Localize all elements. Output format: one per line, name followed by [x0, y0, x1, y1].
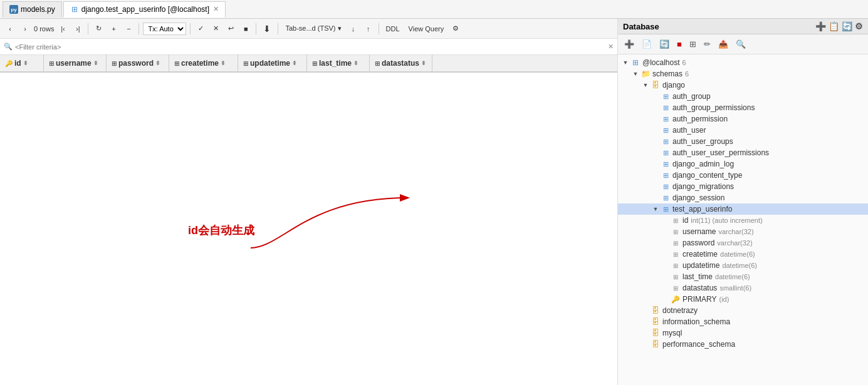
- table-icon: ⊞: [661, 103, 671, 112]
- tree-item[interactable]: ▼⊞test_app_userinfo: [618, 203, 868, 215]
- view-query-button[interactable]: View Query: [405, 22, 447, 36]
- tree-arrow-icon: ▼: [620, 59, 630, 66]
- rt-stop-button[interactable]: ■: [674, 38, 684, 50]
- export-format-button[interactable]: Tab-se...d (TSV) ▾: [282, 22, 344, 36]
- tree-node-label: mysql: [662, 329, 682, 337]
- tree-node-label: @localhost: [642, 58, 680, 67]
- col-createtime[interactable]: ⊞ createtime ⬍: [169, 54, 238, 72]
- col-createtime-sort: ⬍: [221, 60, 226, 66]
- tree-item[interactable]: ⊞django_content_type: [618, 170, 868, 181]
- tree-node-label: createtime: [682, 250, 718, 259]
- tab-close-button[interactable]: ✕: [213, 5, 219, 13]
- tree-item[interactable]: ⊞django_migrations: [618, 181, 868, 192]
- ddl-button[interactable]: DDL: [383, 22, 403, 36]
- tree-node-icon: ⊞: [630, 58, 641, 67]
- cancel-button[interactable]: ✕: [209, 22, 222, 36]
- tree-item[interactable]: 🗄dotnetrazy: [618, 305, 868, 316]
- stop-button[interactable]: ■: [239, 22, 252, 36]
- tree-item[interactable]: ▼🗄django: [618, 80, 868, 91]
- rt-filter-button[interactable]: 🔍: [733, 38, 748, 50]
- table-content: [0, 73, 617, 385]
- commit-button[interactable]: ✓: [194, 22, 207, 36]
- col-last-time[interactable]: ⊞ last_time ⬍: [307, 54, 370, 72]
- import-button[interactable]: ⬇: [260, 22, 274, 36]
- tree-node-label: information_schema: [662, 317, 730, 326]
- db-settings-button[interactable]: ⚙: [855, 21, 863, 31]
- settings-button[interactable]: ⚙: [449, 22, 462, 36]
- tree-item[interactable]: ⊞auth_group_permissions: [618, 102, 868, 113]
- tree-node-label: username: [682, 227, 716, 236]
- tree-item[interactable]: ⊞updatetimedatetime(6): [618, 260, 868, 271]
- tab-userinfo[interactable]: ⊞ django.test_app_userinfo [@localhost] …: [63, 1, 226, 18]
- python-icon: py: [9, 5, 18, 14]
- remove-row-button[interactable]: −: [122, 22, 135, 36]
- nav-last-button[interactable]: ›|: [71, 22, 84, 36]
- column-icon: ⊞: [671, 261, 681, 270]
- col-id-label: id: [14, 59, 21, 68]
- tree-node-count: 6: [685, 70, 689, 78]
- nav-next-button[interactable]: ›: [19, 22, 31, 36]
- right-panel-title: Database: [623, 22, 659, 31]
- tree-node-label: PRIMARY: [682, 295, 716, 304]
- table-icon: ⊞: [661, 148, 671, 157]
- tree-node-label: schemas: [652, 69, 682, 78]
- tree-item[interactable]: ⊞auth_group: [618, 91, 868, 102]
- col-updatetime-label: updatetime: [250, 59, 290, 68]
- tree-item[interactable]: ⊞django_session: [618, 192, 868, 203]
- rt-refresh2-button[interactable]: 🔄: [657, 38, 672, 50]
- rt-table-button[interactable]: ⊞: [687, 38, 699, 50]
- tree-item[interactable]: 🗄performance_schema: [618, 339, 868, 350]
- tree-item[interactable]: ⊞django_admin_log: [618, 158, 868, 170]
- tree-node-label: auth_user_user_permissions: [672, 148, 769, 157]
- tree-node-label: auth_group_permissions: [672, 103, 755, 112]
- col-username-icon: ⊞: [49, 60, 54, 67]
- tree-item[interactable]: 🗄information_schema: [618, 316, 868, 327]
- nav-prev-button[interactable]: ‹: [4, 22, 16, 36]
- col-id-sort: ⬍: [23, 60, 28, 66]
- db-add-button[interactable]: ➕: [815, 21, 826, 31]
- rt-copy-button[interactable]: 📄: [639, 38, 654, 50]
- db-clone-button[interactable]: 📋: [829, 21, 839, 31]
- db-refresh-button[interactable]: 🔄: [842, 21, 852, 31]
- col-username[interactable]: ⊞ username ⬍: [44, 54, 107, 72]
- filter-input[interactable]: [15, 43, 608, 51]
- rt-add-button[interactable]: ➕: [622, 38, 637, 50]
- export-down-button[interactable]: ↓: [347, 22, 360, 36]
- tree-item[interactable]: ▼📁schemas6: [618, 68, 868, 80]
- rt-export2-button[interactable]: 📤: [716, 38, 731, 50]
- revert-button[interactable]: ↩: [224, 22, 237, 36]
- tree-node-typeinfo: datetime(6): [720, 250, 755, 258]
- tree-item[interactable]: ⊞createtimedatetime(6): [618, 249, 868, 260]
- col-updatetime[interactable]: ⊞ updatetime ⬍: [238, 54, 307, 72]
- add-row-button[interactable]: +: [107, 22, 120, 36]
- tab-models[interactable]: py models.py: [3, 1, 62, 18]
- tree-item[interactable]: ▼⊞@localhost6: [618, 57, 868, 68]
- tree-item[interactable]: ⊞auth_permission: [618, 113, 868, 125]
- tree-item[interactable]: ⊞passwordvarchar(32): [618, 237, 868, 249]
- col-datastatus[interactable]: ⊞ datastatus ⬍: [370, 54, 432, 72]
- tree-item[interactable]: ⊞auth_user_user_permissions: [618, 147, 868, 158]
- left-panel: ‹ › 0 rows |‹ ›| ↻ + − Tx: Auto ✓ ✕ ↩ ■ …: [0, 19, 617, 385]
- tree-node-typeinfo: datetime(6): [722, 262, 757, 269]
- tree-item[interactable]: ⊞auth_user_groups: [618, 136, 868, 147]
- tree-item[interactable]: ⊞idint(11) (auto increment): [618, 215, 868, 226]
- tree-item[interactable]: ⊞usernamevarchar(32): [618, 226, 868, 237]
- tree-node-label: id: [682, 216, 688, 225]
- tree-item[interactable]: ⊞datastatussmallint(6): [618, 282, 868, 294]
- tree-item[interactable]: ⊞last_timedatetime(6): [618, 271, 868, 282]
- tree-node-typeinfo: (id): [719, 295, 729, 303]
- rt-edit-button[interactable]: ✏: [701, 38, 713, 50]
- refresh-button[interactable]: ↻: [92, 22, 105, 36]
- tree-item[interactable]: 🔑PRIMARY(id): [618, 294, 868, 305]
- tree-item[interactable]: 🗄mysql: [618, 327, 868, 339]
- col-id[interactable]: 🔑 id ⬍: [0, 54, 44, 72]
- col-datastatus-icon: ⊞: [375, 60, 380, 67]
- nav-first-button[interactable]: |‹: [56, 22, 69, 36]
- col-password[interactable]: ⊞ password ⬍: [107, 54, 169, 72]
- export-up-button[interactable]: ↑: [362, 22, 375, 36]
- tree-item[interactable]: ⊞auth_user: [618, 125, 868, 136]
- tree-node-label: performance_schema: [662, 340, 735, 349]
- filter-close-button[interactable]: ✕: [608, 43, 614, 51]
- tree-node-label: django_session: [672, 193, 724, 202]
- tx-select[interactable]: Tx: Auto: [143, 23, 186, 35]
